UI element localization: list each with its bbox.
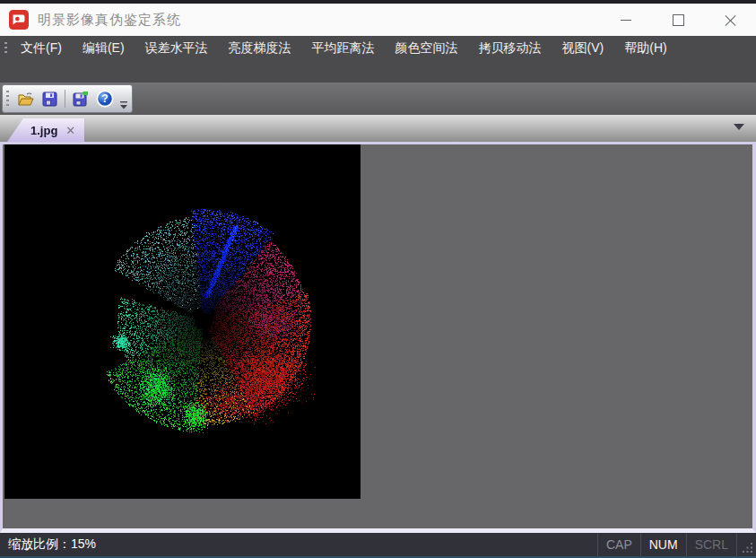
- tab-label: 1.jpg: [30, 124, 57, 137]
- app-logo-icon: [9, 10, 29, 30]
- tab-close-icon[interactable]: ✕: [65, 125, 75, 136]
- toolbar: ?: [2, 84, 133, 113]
- toolbar-dock: ?: [0, 83, 756, 115]
- num-lock-indicator: NUM: [640, 533, 686, 556]
- resize-grip-icon: [742, 542, 753, 554]
- save-copy-icon: [72, 91, 89, 108]
- save-copy-button[interactable]: [68, 87, 92, 111]
- zoom-label: 缩放比例：: [8, 536, 71, 553]
- window-controls: [600, 4, 756, 36]
- open-file-button[interactable]: [13, 87, 38, 111]
- zoom-status: 缩放比例： 15%: [0, 536, 96, 553]
- menu-view[interactable]: 视图(V): [554, 37, 613, 60]
- document-area: [0, 142, 756, 533]
- maximize-icon: [673, 14, 684, 26]
- menu-error-level[interactable]: 误差水平法: [137, 37, 216, 60]
- menu-band: 文件(F) 编辑(E) 误差水平法 亮度梯度法 平均距离法 颜色空间法 拷贝移动…: [0, 36, 756, 83]
- maximize-button[interactable]: [652, 4, 704, 36]
- minimize-button[interactable]: [600, 4, 652, 36]
- help-icon: ?: [96, 90, 114, 108]
- titlebar: 明景影像真伪鉴定系统: [0, 4, 756, 36]
- menubar: 文件(F) 编辑(E) 误差水平法 亮度梯度法 平均距离法 颜色空间法 拷贝移动…: [0, 36, 756, 61]
- window-title: 明景影像真伪鉴定系统: [38, 12, 181, 29]
- save-icon: [41, 91, 58, 108]
- menu-average-distance[interactable]: 平均距离法: [304, 37, 383, 60]
- tab-1jpg[interactable]: 1.jpg ✕: [7, 118, 84, 142]
- image-view[interactable]: [4, 144, 361, 499]
- help-button[interactable]: ?: [92, 87, 117, 111]
- menu-file[interactable]: 文件(F): [13, 37, 70, 60]
- menubar-grip-handle[interactable]: [4, 42, 7, 56]
- minimize-icon: [621, 20, 631, 21]
- app-window: 明景影像真伪鉴定系统 文件(F) 编辑(E) 误差水平法 亮度梯度法 平均距离法…: [0, 0, 756, 558]
- open-folder-icon: [17, 91, 34, 108]
- tab-list-dropdown-icon[interactable]: [734, 124, 744, 130]
- zoom-value: 15%: [71, 536, 96, 553]
- document-tabbar: 1.jpg ✕: [0, 115, 756, 142]
- close-button[interactable]: [704, 4, 756, 36]
- caps-lock-indicator: CAP: [597, 533, 640, 556]
- toolbar-grip-handle[interactable]: [6, 91, 9, 107]
- menu-copy-move[interactable]: 拷贝移动法: [471, 37, 550, 60]
- statusbar: 缩放比例： 15% CAP NUM SCRL: [0, 533, 756, 558]
- menu-edit[interactable]: 编辑(E): [74, 37, 133, 60]
- menu-luminance-gradient[interactable]: 亮度梯度法: [221, 37, 300, 60]
- menu-color-space[interactable]: 颜色空间法: [387, 37, 466, 60]
- image-canvas[interactable]: [4, 144, 361, 499]
- toolbar-separator: [65, 90, 65, 108]
- menu-help[interactable]: 帮助(H): [616, 37, 674, 60]
- resize-grip-handle[interactable]: [737, 533, 756, 556]
- scroll-lock-indicator: SCRL: [686, 533, 737, 556]
- keyboard-indicators: CAP NUM SCRL: [597, 533, 756, 556]
- toolbar-overflow-button[interactable]: [119, 101, 128, 109]
- save-button[interactable]: [38, 87, 62, 111]
- svg-text:?: ?: [101, 92, 108, 105]
- close-icon: [725, 14, 736, 26]
